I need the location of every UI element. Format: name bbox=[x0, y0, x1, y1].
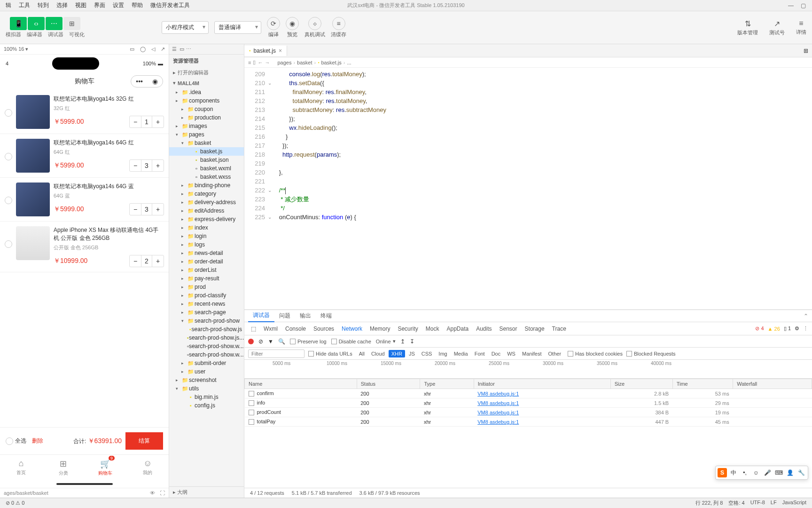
filter-chip[interactable]: Media bbox=[451, 350, 471, 357]
throttle-dropdown[interactable]: Online ▾ bbox=[376, 338, 396, 344]
folder-node[interactable]: ▸📁delivery-address bbox=[169, 198, 244, 206]
table-header[interactable]: Name bbox=[245, 379, 357, 389]
devtools-subtab[interactable]: 问题 bbox=[274, 310, 295, 322]
tab-item[interactable]: ⊞分类 bbox=[42, 455, 85, 480]
folder-node[interactable]: ▸📁production bbox=[169, 113, 244, 122]
debugger-button[interactable]: ⋯ bbox=[46, 17, 62, 30]
ime-emoji-btn[interactable]: ☺ bbox=[751, 468, 761, 477]
folder-node[interactable]: ▾📁utils bbox=[169, 384, 244, 393]
devtools-tab[interactable]: Network bbox=[338, 324, 366, 334]
folder-node[interactable]: ▸📁orderList bbox=[169, 266, 244, 274]
version-control-button[interactable]: ⇅版本管理 bbox=[737, 19, 758, 36]
devtools-tab[interactable]: Audits bbox=[472, 324, 495, 334]
zoom-selector[interactable]: 100% 16 ▾ bbox=[4, 46, 28, 52]
record-button[interactable] bbox=[248, 339, 254, 344]
editor-tab[interactable]: ▪ basket.js × bbox=[244, 46, 287, 56]
item-checkbox[interactable] bbox=[5, 240, 12, 248]
file-node[interactable]: ▪search-prod-show.js bbox=[169, 325, 244, 333]
filter-chip[interactable]: Manifest bbox=[519, 350, 545, 357]
filter-chip[interactable]: Other bbox=[546, 350, 564, 357]
folder-node[interactable]: ▸📁components bbox=[169, 96, 244, 105]
file-node[interactable]: ▪basket.js bbox=[169, 147, 244, 156]
folder-node[interactable]: ▸📁news-detail bbox=[169, 249, 244, 257]
device-icon[interactable]: ▭ bbox=[130, 46, 134, 52]
compile-dropdown[interactable]: 普通编译 bbox=[214, 21, 261, 34]
blocked-requests-checkbox[interactable]: Blocked Requests bbox=[626, 351, 676, 357]
table-row[interactable]: prodCount200xhrVM8 asdebug.js:1384 B19 m… bbox=[245, 408, 812, 417]
collapse-icon[interactable]: ⌃ bbox=[804, 313, 808, 319]
filter-chip[interactable]: Cloud bbox=[368, 350, 388, 357]
blocked-cookies-checkbox[interactable]: Has blocked cookies bbox=[568, 351, 623, 357]
compile-button[interactable]: ⟳ bbox=[267, 17, 280, 30]
upload-icon[interactable]: ↥ bbox=[400, 338, 405, 345]
outline-section[interactable]: ▸ 大纲 bbox=[169, 486, 244, 498]
eye-icon[interactable]: 👁 bbox=[150, 490, 155, 496]
download-icon[interactable]: ↧ bbox=[410, 338, 414, 345]
product-image[interactable] bbox=[16, 139, 50, 173]
file-node[interactable]: ▫basket.wxss bbox=[169, 173, 244, 181]
filter-input[interactable] bbox=[248, 349, 304, 358]
folder-node[interactable]: ▸📁submit-order bbox=[169, 359, 244, 367]
ime-keyboard-btn[interactable]: ⌨ bbox=[774, 468, 783, 477]
ime-tool-btn[interactable]: 🔧 bbox=[796, 468, 806, 477]
item-checkbox[interactable] bbox=[5, 197, 12, 204]
minimize-button[interactable]: — bbox=[788, 2, 794, 9]
bookmark-icon[interactable]: ▯ bbox=[253, 59, 256, 65]
filter-chip[interactable]: Img bbox=[436, 350, 450, 357]
table-header[interactable]: Status bbox=[357, 379, 420, 389]
devtools-subtab[interactable]: 终端 bbox=[316, 310, 336, 322]
inspect-icon[interactable]: ⬚ bbox=[248, 325, 259, 332]
editor-button[interactable]: ‹› bbox=[28, 17, 45, 30]
ime-lang-btn[interactable]: 中 bbox=[729, 468, 738, 477]
product-image[interactable] bbox=[16, 95, 50, 129]
table-header[interactable]: Initiator bbox=[474, 379, 610, 389]
folder-node[interactable]: ▸📁login bbox=[169, 232, 244, 240]
search-icon[interactable]: 🔍 bbox=[278, 338, 285, 345]
filter-chip[interactable]: WS bbox=[504, 350, 518, 357]
home-icon[interactable]: ◯ bbox=[140, 46, 146, 52]
filter-chip[interactable]: JS bbox=[406, 350, 418, 357]
indent-status[interactable]: 空格: 4 bbox=[728, 500, 744, 507]
table-header[interactable]: Size bbox=[610, 379, 672, 389]
folder-node[interactable]: ▸📁order-detail bbox=[169, 257, 244, 266]
filter-chip[interactable]: XHR bbox=[389, 350, 405, 357]
open-editors-section[interactable]: ▸打开的编辑器 bbox=[169, 67, 244, 78]
delete-button[interactable]: 删除 bbox=[32, 437, 43, 445]
editor-layout-icon[interactable]: ⊞ bbox=[800, 48, 812, 54]
qty-minus[interactable]: − bbox=[130, 255, 141, 267]
cursor-pos[interactable]: 行 222, 列 8 bbox=[695, 500, 723, 507]
checkout-button[interactable]: 结算 bbox=[125, 432, 163, 450]
select-all-checkbox[interactable]: 全选 bbox=[6, 437, 26, 445]
encoding-status[interactable]: UTF-8 bbox=[750, 500, 765, 507]
file-node[interactable]: ▫basket.wxml bbox=[169, 164, 244, 173]
folder-node[interactable]: ▸📁.idea bbox=[169, 88, 244, 96]
devtools-tab[interactable]: Sources bbox=[310, 324, 338, 334]
menu-item[interactable]: 辑 bbox=[2, 0, 15, 10]
qty-minus[interactable]: − bbox=[130, 160, 141, 171]
folder-node[interactable]: ▸📁category bbox=[169, 190, 244, 198]
ime-user-btn[interactable]: 👤 bbox=[785, 468, 795, 477]
mode-dropdown[interactable]: 小程序模式 bbox=[162, 21, 209, 34]
visualize-button[interactable]: ⊞ bbox=[63, 17, 80, 30]
file-node[interactable]: ▫search-prod-show.w... bbox=[169, 342, 244, 350]
list-icon[interactable]: ☰ bbox=[172, 46, 177, 52]
menu-item[interactable]: 帮助 bbox=[128, 0, 147, 10]
file-node[interactable]: ▪search-prod-show.js... bbox=[169, 333, 244, 342]
product-image[interactable] bbox=[16, 183, 50, 216]
lines-icon[interactable]: ≡ bbox=[248, 60, 251, 65]
devtools-subtab[interactable]: 调试器 bbox=[248, 310, 274, 322]
table-row[interactable]: totalPay200xhrVM8 asdebug.js:1447 B45 ms bbox=[245, 417, 812, 427]
table-header[interactable]: Waterfall bbox=[733, 379, 812, 389]
folder-node[interactable]: ▸📁images bbox=[169, 122, 244, 130]
item-checkbox[interactable] bbox=[5, 109, 12, 117]
network-timeline[interactable]: 5000 ms10000 ms15000 ms20000 ms25000 ms3… bbox=[244, 360, 812, 379]
folder-node[interactable]: ▸📁prod bbox=[169, 283, 244, 291]
simulator-button[interactable]: 📱 bbox=[10, 17, 27, 30]
file-node[interactable]: ▪basket.json bbox=[169, 156, 244, 164]
share-icon[interactable]: ↗ bbox=[161, 46, 165, 52]
devtools-tab[interactable]: Wxml bbox=[260, 324, 281, 334]
folder-node[interactable]: ▸📁pay-result bbox=[169, 274, 244, 283]
product-image[interactable] bbox=[16, 226, 50, 260]
more-icon[interactable]: ⋮ bbox=[803, 325, 808, 332]
qty-minus[interactable]: − bbox=[130, 204, 141, 215]
